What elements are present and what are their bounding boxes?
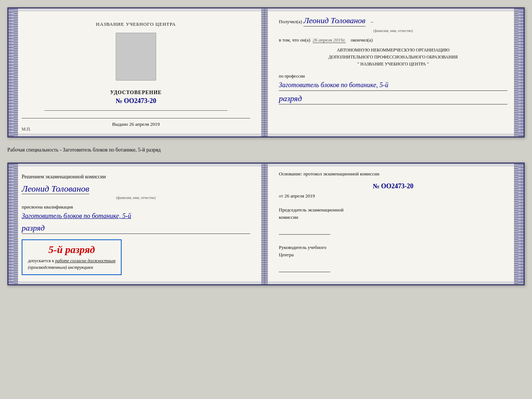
rukovoditel-label-text: Руководитель учебного <box>279 245 326 250</box>
center-name-top: НАЗВАНИЕ УЧЕБНОГО ЦЕНТРА <box>96 21 176 27</box>
book-spine <box>261 8 268 136</box>
right-strip-bottom <box>518 164 524 284</box>
razryad-bottom: разряд <box>22 223 250 234</box>
resheniy-text: Решением экзаменационной комиссии <box>22 173 250 181</box>
person-name-bottom: Леонид Толованов <box>22 184 89 194</box>
vydano-label: Выдано <box>112 121 128 127</box>
stamp-work-text: работе согласно должностным <box>55 258 115 263</box>
okonchil: окончил(а) <box>351 37 373 43</box>
rukovoditel-label: Руководитель учебного Центра <box>279 244 507 258</box>
left-strip <box>8 8 14 136</box>
rukovoditel-label2-text: Центра <box>279 252 294 257</box>
book-spine-bottom <box>261 164 268 284</box>
stamp-admits-text: допускается к <box>28 258 54 263</box>
stamp-admits: допускается к работе согласно должностны… <box>28 257 115 271</box>
poluchil-name: Леонид Толованов <box>303 16 366 26</box>
vtom-date: 26 апреля 2019г. <box>313 37 346 43</box>
vtom-prefix: в том, что он(а) <box>279 37 310 43</box>
razryad-value: разряд <box>279 94 507 104</box>
ot-date: 26 апреля 2019 <box>284 193 315 199</box>
photo-placeholder <box>116 33 156 81</box>
mp-label: М.П. <box>22 127 31 132</box>
bottom-document: Решением экзаменационной комиссии Леонид… <box>7 163 525 285</box>
rukovoditel-block: Руководитель учебного Центра <box>279 244 507 272</box>
org-block: АВТОНОМНУЮ НЕКОММЕРЧЕСКУЮ ОРГАНИЗАЦИЮ ДО… <box>279 47 507 68</box>
osnovanie-text: Основание: протокол экзаменационной коми… <box>279 171 507 177</box>
rukovoditel-signature-line <box>279 266 330 272</box>
bottom-doc-left-panel: Решением экзаменационной комиссии Леонид… <box>14 164 261 284</box>
vtom-line: в том, что он(а) 26 апреля 2019г. окончи… <box>279 37 507 43</box>
stamp-instruc-text: (производственным) инструкциям <box>28 265 93 270</box>
ot-prefix: от <box>279 193 283 199</box>
udostoverenie-number: № OO2473-20 <box>116 97 157 105</box>
top-document: НАЗВАНИЕ УЧЕБНОГО ЦЕНТРА УДОСТОВЕРЕНИЕ №… <box>7 7 525 138</box>
stamp-rank: 5-й разряд <box>28 244 115 256</box>
poluchil-prefix: Получил(а) <box>279 19 302 24</box>
page-wrapper: НАЗВАНИЕ УЧЕБНОГО ЦЕНТРА УДОСТОВЕРЕНИЕ №… <box>7 7 525 285</box>
prisvoena-label: присвоена квалификация <box>22 204 250 210</box>
left-strip-bottom <box>8 164 14 284</box>
top-doc-right-panel: Получил(а) Леонид Толованов – (фамилия, … <box>268 8 518 136</box>
stamp-box: 5-й разряд допускается к работе согласно… <box>22 239 122 275</box>
predsedatel-label: Председатель экзаменационной комиссии <box>279 206 507 221</box>
top-doc-left-panel: НАЗВАНИЕ УЧЕБНОГО ЦЕНТРА УДОСТОВЕРЕНИЕ №… <box>14 8 261 136</box>
profession-name: Заготовитель блоков по ботанике, 5-й <box>279 81 507 91</box>
ot-line: от 26 апреля 2019 <box>279 193 507 199</box>
fio-label-bottom: (фамилия, имя, отчество) <box>22 196 250 200</box>
caption: Рабочая специальность - Заготовитель бло… <box>7 144 525 156</box>
vydano-line: Выдано 26 апреля 2019 <box>22 118 250 127</box>
poluchil-row: Получил(а) Леонид Толованов – <box>279 16 507 26</box>
org-line2: ДОПОЛНИТЕЛЬНОГО ПРОФЕССИОНАЛЬНОГО ОБРАЗО… <box>279 54 507 61</box>
predsedatel-label2-text: комиссии <box>279 214 298 220</box>
predsedatel-block: Председатель экзаменационной комиссии <box>279 206 507 235</box>
predsedatel-label-text: Председатель экзаменационной <box>279 207 344 213</box>
qualification-name: Заготовитель блоков по ботанике, 5-й <box>22 211 250 221</box>
fio-label-top: (фамилия, имя, отчество) <box>279 29 507 33</box>
predsedatel-signature-line <box>279 228 330 235</box>
right-strip-top <box>518 8 524 136</box>
vydano-date: 26 апреля 2019 <box>129 121 160 127</box>
po-professii-label: по профессии <box>279 74 507 79</box>
udostoverenie-title: УДОСТОВЕРЕНИЕ <box>110 90 162 96</box>
org-line1: АВТОНОМНУЮ НЕКОММЕРЧЕСКУЮ ОРГАНИЗАЦИЮ <box>279 47 507 54</box>
bottom-doc-right-panel: Основание: протокол экзаменационной коми… <box>268 164 518 284</box>
dash-symbol: – <box>371 19 373 24</box>
org-line3: " НАЗВАНИЕ УЧЕБНОГО ЦЕНТРА " <box>279 61 507 68</box>
protokol-number: № OO2473-20 <box>279 182 507 190</box>
